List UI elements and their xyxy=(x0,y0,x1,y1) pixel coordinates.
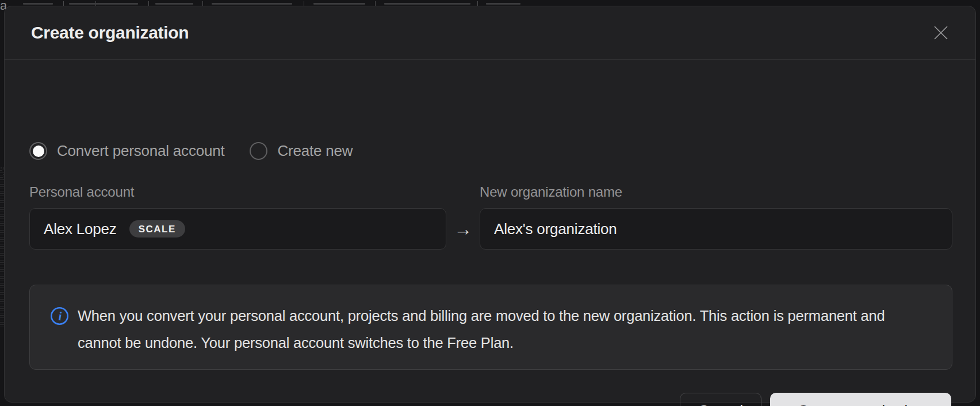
cancel-button[interactable]: Cancel xyxy=(680,393,761,406)
plan-badge: SCALE xyxy=(129,220,185,238)
info-icon: i xyxy=(50,307,69,325)
info-callout: i When you convert your personal account… xyxy=(29,285,952,370)
account-mode-radio-group: Convert personal account Create new xyxy=(29,142,353,160)
svg-text:i: i xyxy=(59,309,62,323)
radio-create-new[interactable]: Create new xyxy=(250,142,353,160)
create-organization-button[interactable]: Create organization xyxy=(770,393,951,406)
radio-label: Convert personal account xyxy=(57,142,224,160)
personal-account-name: Alex Lopez xyxy=(44,220,117,238)
dialog-header: Create organization xyxy=(5,6,975,60)
radio-label: Create new xyxy=(277,142,353,160)
arrow-right-icon: → xyxy=(446,208,480,250)
dialog-body: Convert personal account Create new Pers… xyxy=(5,60,975,402)
radio-convert-personal-account[interactable]: Convert personal account xyxy=(29,142,224,160)
radio-unselected-icon xyxy=(250,142,267,160)
new-organization-name-field xyxy=(480,208,952,250)
close-icon xyxy=(933,25,948,40)
conversion-fields-row: Alex Lopez SCALE → xyxy=(29,208,952,250)
close-button[interactable] xyxy=(929,21,952,44)
create-organization-dialog: Create organization Convert personal acc… xyxy=(4,6,976,403)
info-message: When you convert your personal account, … xyxy=(78,302,931,357)
new-organization-name-input[interactable] xyxy=(494,220,938,238)
personal-account-field: Alex Lopez SCALE xyxy=(29,208,446,250)
dialog-actions: Cancel Create organization xyxy=(680,393,951,406)
dialog-title: Create organization xyxy=(31,23,189,43)
background-page-strip xyxy=(0,0,980,6)
personal-account-label: Personal account xyxy=(29,184,134,200)
radio-selected-icon xyxy=(29,142,47,160)
new-organization-name-label: New organization name xyxy=(480,184,622,200)
background-texture xyxy=(0,167,4,328)
